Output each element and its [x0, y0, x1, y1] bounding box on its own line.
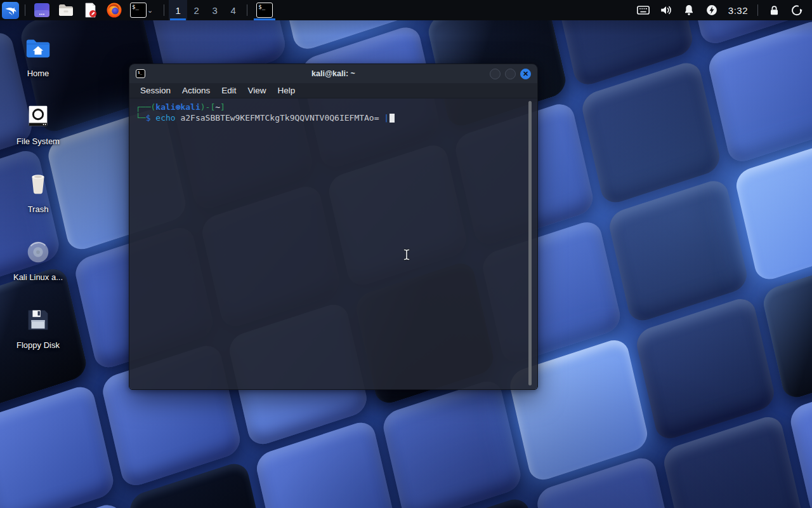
panel-separator: [164, 4, 164, 16]
lock-screen-icon[interactable]: [767, 3, 781, 17]
prompt-frame: ┌──(: [136, 102, 155, 112]
power-manager-icon[interactable]: [705, 3, 719, 17]
launcher-file-manager[interactable]: [54, 0, 78, 20]
log-out-icon[interactable]: [790, 3, 804, 17]
launcher-text-editor[interactable]: [78, 0, 102, 20]
window-controls: ✕: [490, 69, 531, 79]
menu-edit[interactable]: Edit: [217, 84, 240, 97]
keyboard-layout-icon[interactable]: [636, 3, 650, 17]
launcher-firefox[interactable]: [102, 0, 126, 20]
command-text: echo: [155, 113, 175, 123]
desktop-icon-label: File System: [16, 137, 60, 146]
terminal-icon: $_: [130, 3, 147, 18]
workspace-3-label: 3: [213, 5, 218, 16]
desktop-icon-floppy-disk[interactable]: Floppy Disk: [10, 305, 66, 354]
prompt-line-2: └─$ echo a2FsaSBBTEw9KEFMTCkgTk9QQVNTV0Q…: [136, 112, 531, 123]
applications-menu-button[interactable]: [0, 0, 20, 20]
prompt-path: ~: [215, 102, 220, 112]
desktop-icon-label: Floppy Disk: [16, 340, 60, 350]
window-terminal-icon: $_: [136, 69, 145, 78]
chevron-down-icon[interactable]: ⌄: [147, 6, 155, 15]
top-panel: $_ ⌄ 1 2 3 4 $_: [0, 0, 812, 20]
pipe-character: |: [384, 113, 389, 123]
floppy-disk-icon: [23, 305, 53, 335]
workspace-1-label: 1: [176, 5, 181, 16]
optical-disc-icon: [23, 237, 53, 267]
desktop-icon-home[interactable]: Home: [10, 33, 66, 83]
prompt-user: kali: [155, 102, 175, 112]
text-editor-icon: [82, 2, 98, 18]
workspace-3[interactable]: 3: [206, 0, 224, 20]
window-title: kali@kali: ~: [129, 69, 537, 78]
file-manager-icon: [58, 2, 74, 18]
desktop-icon-trash[interactable]: Trash: [10, 169, 66, 218]
desktop-icon-label: Kali Linux a...: [13, 272, 63, 282]
desktop-icon-file-system[interactable]: File System: [10, 101, 66, 150]
prompt-frame: ]: [220, 102, 225, 112]
desktop-icon-kali-linux-disc[interactable]: Kali Linux a...: [10, 237, 66, 286]
taskbar-item-terminal[interactable]: $_: [252, 0, 277, 20]
prompt-frame: )-[: [200, 102, 215, 112]
workspace-4[interactable]: 4: [224, 0, 242, 20]
command-argument: a2FsaSBBTEw9KEFMTCkgTk9QQVNTV0Q6IEFMTAo=: [180, 113, 379, 123]
workspace-1[interactable]: 1: [169, 0, 187, 20]
desktop-icon-column: Home File System Trash Kali Linux a... F…: [10, 33, 66, 373]
trash-can-icon: [23, 169, 53, 199]
launcher-terminal[interactable]: $_ ⌄: [126, 0, 159, 20]
menu-actions[interactable]: Actions: [178, 84, 214, 97]
prompt-host: kali: [180, 102, 200, 112]
desktop: $_ ⌄ 1 2 3 4 $_: [0, 0, 812, 508]
menu-session[interactable]: Session: [136, 84, 175, 97]
firefox-icon: [106, 2, 122, 18]
hard-drive-icon: [23, 101, 53, 131]
workspace-2-label: 2: [194, 5, 199, 16]
panel-right: 3:32: [632, 0, 812, 20]
workspace-2[interactable]: 2: [187, 0, 206, 20]
terminal-scrollbar[interactable]: [528, 101, 532, 385]
maximize-button[interactable]: [505, 69, 516, 79]
desktop-icon-label: Trash: [28, 204, 49, 214]
volume-icon[interactable]: [659, 3, 673, 17]
terminal-cursor: [390, 114, 395, 123]
menu-view[interactable]: View: [244, 84, 271, 97]
launcher-dashboard[interactable]: [30, 0, 54, 20]
panel-separator: [247, 4, 247, 16]
prompt-line-1: ┌──(kali⊛kali)-[~]: [136, 102, 531, 112]
panel-separator: [25, 4, 25, 16]
minimize-button[interactable]: [490, 69, 501, 79]
terminal-window: $_ kali@kali: ~ ✕ Session Actions Edit V…: [129, 64, 538, 390]
panel-left: $_ ⌄ 1 2 3 4 $_: [0, 0, 277, 20]
menubar: Session Actions Edit View Help: [129, 83, 537, 98]
panel-separator: [757, 4, 758, 16]
desktop-icon-label: Home: [27, 69, 49, 78]
terminal-icon: $_: [256, 3, 273, 18]
menu-help[interactable]: Help: [273, 84, 300, 97]
terminal-content[interactable]: ┌──(kali⊛kali)-[~] └─$ echo a2FsaSBBTEw9…: [129, 98, 537, 389]
home-folder-icon: [23, 33, 53, 64]
notifications-bell-icon[interactable]: [682, 3, 696, 17]
titlebar[interactable]: $_ kali@kali: ~ ✕: [129, 64, 537, 83]
kali-dragon-icon: [2, 2, 19, 19]
prompt-frame: └─: [136, 113, 146, 123]
workspace-4-label: 4: [231, 5, 236, 16]
clock[interactable]: 3:32: [728, 5, 748, 16]
close-button[interactable]: ✕: [520, 69, 531, 79]
dashboard-icon: [34, 2, 50, 18]
